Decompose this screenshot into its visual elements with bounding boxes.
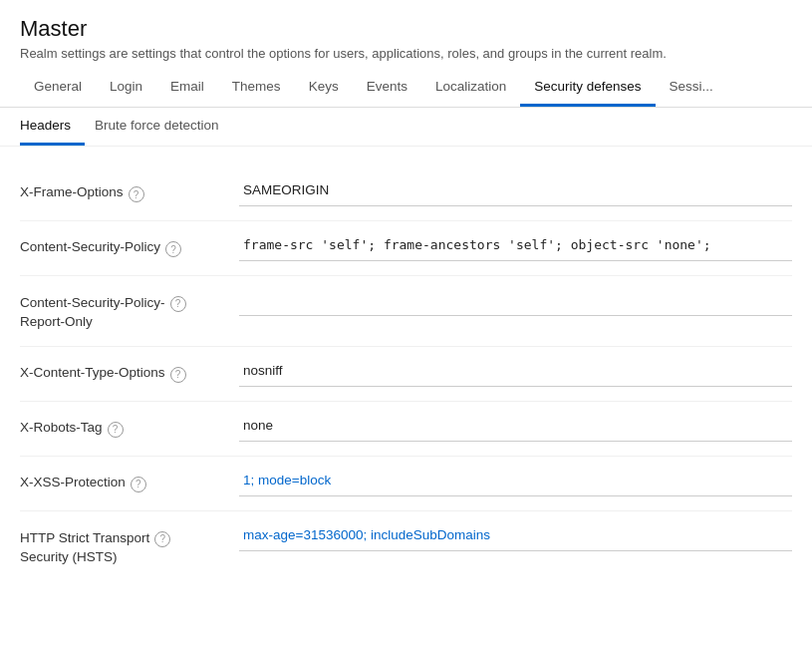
tab-general[interactable]: General [20,69,96,107]
field-value-x-xss-protection[interactable]: 1; mode=block [239,471,792,496]
field-label-x-frame-options: X-Frame-Options ? [20,180,239,202]
tab-themes[interactable]: Themes [218,69,295,107]
sub-tabs: Headers Brute force detection [0,108,812,147]
field-label-csp-report-only: Content-Security-Policy-Report-Only ? [20,290,239,332]
field-label-content-security-policy: Content-Security-Policy ? [20,235,239,257]
tab-security-defenses[interactable]: Security defenses [520,69,655,107]
main-tabs: General Login Email Themes Keys Events L… [0,69,812,108]
tab-events[interactable]: Events [353,69,421,107]
field-label-hsts: HTTP Strict TransportSecurity (HSTS) ? [20,525,239,567]
field-row-x-content-type-options: X-Content-Type-Options ? nosniff [20,347,792,402]
field-label-x-xss-protection: X-XSS-Protection ? [20,471,239,492]
field-value-content-security-policy[interactable]: frame-src 'self'; frame-ancestors 'self'… [239,235,792,261]
field-row-content-security-policy: Content-Security-Policy ? frame-src 'sel… [20,221,792,276]
tab-login[interactable]: Login [96,69,156,107]
tab-localization[interactable]: Localization [421,69,520,107]
field-label-x-content-type-options: X-Content-Type-Options ? [20,361,239,383]
sub-tab-headers[interactable]: Headers [20,108,85,146]
field-row-x-xss-protection: X-XSS-Protection ? 1; mode=block [20,457,792,511]
help-icon-content-security-policy[interactable]: ? [165,241,181,257]
field-value-csp-report-only[interactable] [239,290,792,316]
page-title: Master [20,16,792,42]
field-row-csp-report-only: Content-Security-Policy-Report-Only ? [20,276,792,347]
field-value-hsts[interactable]: max-age=31536000; includeSubDomains [239,525,792,551]
field-label-x-robots-tag: X-Robots-Tag ? [20,416,239,438]
field-row-x-frame-options: X-Frame-Options ? SAMEORIGIN [20,166,792,221]
help-icon-x-robots-tag[interactable]: ? [108,422,124,438]
field-row-hsts: HTTP Strict TransportSecurity (HSTS) ? m… [20,511,792,581]
tab-sessions[interactable]: Sessi... [656,69,727,107]
tab-email[interactable]: Email [156,69,218,107]
help-icon-hsts[interactable]: ? [154,531,170,547]
tab-keys[interactable]: Keys [295,69,353,107]
content-area: X-Frame-Options ? SAMEORIGIN Content-Sec… [0,147,812,601]
help-icon-x-xss-protection[interactable]: ? [131,477,146,492]
field-value-x-robots-tag[interactable]: none [239,416,792,442]
help-icon-x-frame-options[interactable]: ? [129,186,144,202]
field-row-x-robots-tag: X-Robots-Tag ? none [20,402,792,457]
field-value-x-content-type-options[interactable]: nosniff [239,361,792,387]
help-icon-csp-report-only[interactable]: ? [170,296,186,312]
field-value-x-frame-options[interactable]: SAMEORIGIN [239,180,792,206]
page-subtitle: Realm settings are settings that control… [20,46,792,61]
sub-tab-brute-force[interactable]: Brute force detection [95,108,233,146]
help-icon-x-content-type-options[interactable]: ? [170,367,186,383]
page-header: Master Realm settings are settings that … [0,0,812,69]
